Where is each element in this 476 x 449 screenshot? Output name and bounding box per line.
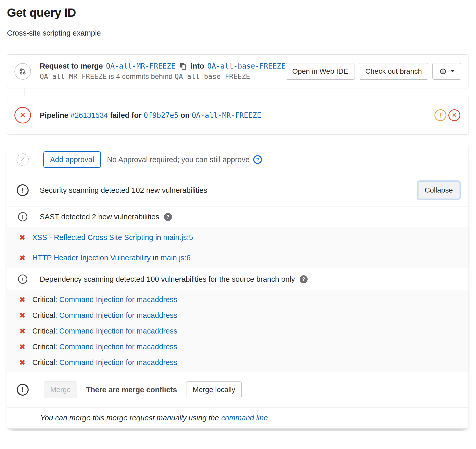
- x-mark-icon: [19, 327, 26, 336]
- sast-findings-list: XSS - Reflected Cross Site Scripting in …: [7, 227, 469, 268]
- stage-failed-icon[interactable]: ✕: [448, 109, 460, 121]
- behind-note-text: is 4 commits behind: [109, 72, 173, 80]
- finding-title-link[interactable]: Command Injection for macaddress: [59, 358, 177, 367]
- dependency-help-icon[interactable]: ?: [300, 275, 308, 283]
- sast-help-icon[interactable]: ?: [164, 213, 172, 221]
- security-summary-text: Security scanning detected 102 new vulne…: [40, 186, 418, 195]
- dependency-finding-row: Critical: Command Injection for macaddre…: [7, 307, 469, 323]
- dependency-summary-text: Dependency scanning detected 100 vulnera…: [40, 275, 295, 284]
- finding-in-label: in: [153, 254, 159, 262]
- failed-for-label: failed for: [110, 111, 141, 119]
- merge-request-page: Get query ID Cross-site scripting exampl…: [0, 0, 476, 431]
- x-mark-icon: [19, 311, 26, 320]
- behind-target-branch: QA-all-base-FREEZE: [175, 72, 250, 80]
- dependency-finding-row: Critical: Command Injection for macaddre…: [7, 323, 469, 339]
- finding-title-link[interactable]: Command Injection for macaddress: [59, 295, 177, 304]
- sast-summary-row: ! SAST detected 2 new vulnerabilities ?: [7, 206, 469, 227]
- target-branch-link[interactable]: QA-all-base-FREEZE: [207, 62, 285, 70]
- finding-severity-label: Critical:: [32, 311, 57, 320]
- pipeline-connector-line: [24, 88, 469, 96]
- request-to-merge-line: Request to merge QA-all-MR-FREEZE into Q…: [40, 62, 286, 70]
- merge-locally-button[interactable]: Merge locally: [186, 381, 242, 398]
- pipeline-failed-icon: ✕: [14, 107, 31, 123]
- page-title: Get query ID: [7, 6, 469, 20]
- check-out-branch-button[interactable]: Check out branch: [359, 63, 428, 80]
- finding-location-link[interactable]: main.js:5: [163, 233, 193, 242]
- copy-branch-button[interactable]: [179, 62, 187, 70]
- finding-location-link[interactable]: main.js:6: [161, 254, 191, 262]
- pipeline-label: Pipeline: [40, 111, 68, 119]
- dependency-findings-list: Critical: Command Injection for macaddre…: [7, 290, 469, 372]
- finding-title-link[interactable]: HTTP Header Injection Vulnerability: [32, 254, 151, 262]
- approval-status-text: No Approval required; you can still appr…: [107, 155, 250, 164]
- merge-button[interactable]: Merge: [44, 381, 77, 398]
- x-mark-icon: [19, 358, 26, 367]
- approval-check-icon: ✓: [17, 153, 29, 166]
- manual-merge-text: You can merge this merge request manuall…: [40, 414, 219, 422]
- source-branch-link[interactable]: QA-all-MR-FREEZE: [106, 62, 176, 70]
- approval-help-icon[interactable]: ?: [253, 155, 262, 164]
- x-mark-icon: [19, 295, 26, 304]
- pipeline-id-link[interactable]: #26131534: [70, 111, 108, 119]
- x-mark-icon: [19, 233, 26, 242]
- git-merge-icon: [14, 63, 31, 80]
- dependency-finding-row: Critical: Command Injection for macaddre…: [7, 339, 469, 355]
- page-subtitle: Cross-site scripting example: [7, 29, 469, 37]
- finding-title-link[interactable]: XSS - Reflected Cross Site Scripting: [32, 233, 153, 242]
- on-label: on: [180, 111, 190, 119]
- finding-title-link[interactable]: Command Injection for macaddress: [59, 311, 177, 320]
- request-to-merge-label: Request to merge: [40, 62, 103, 70]
- finding-in-label: in: [155, 233, 161, 242]
- chevron-down-icon: [450, 70, 455, 72]
- merge-conflict-text: There are merge conflicts: [86, 386, 177, 394]
- mini-pipeline-graph: ! ✕: [434, 109, 460, 121]
- merge-blocked-icon: !: [17, 384, 29, 396]
- merge-request-header-card: Request to merge QA-all-MR-FREEZE into Q…: [7, 54, 469, 88]
- x-mark-icon: [19, 342, 26, 351]
- security-summary-row: ! Security scanning detected 102 new vul…: [7, 174, 469, 206]
- commit-sha-link[interactable]: 0f9b27e5: [144, 111, 178, 120]
- finding-severity-label: Critical:: [32, 358, 57, 367]
- sast-finding-row: HTTP Header Injection Vulnerability in m…: [7, 248, 469, 268]
- pipeline-status-line: Pipeline #26131534 failed for 0f9b27e5 o…: [40, 111, 434, 120]
- sast-finding-row: XSS - Reflected Cross Site Scripting in …: [7, 227, 469, 248]
- open-in-web-ide-button[interactable]: Open in Web IDE: [286, 63, 355, 80]
- into-label: into: [191, 62, 204, 70]
- security-warning-icon: !: [17, 184, 29, 196]
- command-line-link[interactable]: command line: [221, 414, 268, 422]
- dependency-finding-row: Critical: Command Injection for macaddre…: [7, 292, 469, 307]
- finding-title-link[interactable]: Command Injection for macaddress: [59, 327, 177, 335]
- behind-source-branch: QA-all-MR-FREEZE: [40, 72, 107, 80]
- merge-widget-card: ✓ Add approval No Approval required; you…: [7, 145, 469, 429]
- collapse-button[interactable]: Collapse: [418, 182, 459, 198]
- finding-severity-label: Critical:: [32, 295, 57, 304]
- finding-title-link[interactable]: Command Injection for macaddress: [59, 343, 177, 351]
- commits-behind-note: QA-all-MR-FREEZE is 4 commits behind QA-…: [40, 72, 286, 81]
- add-approval-button[interactable]: Add approval: [43, 151, 101, 168]
- pipeline-status-card: ✕ Pipeline #26131534 failed for 0f9b27e5…: [7, 96, 469, 135]
- download-dropdown-button[interactable]: [432, 63, 461, 80]
- dependency-warning-icon: !: [18, 275, 27, 284]
- dependency-finding-row: Critical: Command Injection for macaddre…: [7, 355, 469, 370]
- finding-severity-label: Critical:: [32, 343, 57, 351]
- merge-controls-row: ! Merge There are merge conflicts Merge …: [7, 372, 469, 407]
- pipeline-branch-link[interactable]: QA-all-MR-FREEZE: [192, 111, 261, 120]
- approval-row: ✓ Add approval No Approval required; you…: [7, 145, 469, 174]
- download-icon: [439, 68, 447, 75]
- dependency-summary-row: ! Dependency scanning detected 100 vulne…: [7, 268, 469, 290]
- sast-summary-text: SAST detected 2 new vulnerabilities: [40, 213, 159, 221]
- sast-warning-icon: !: [18, 212, 27, 221]
- copy-icon: [179, 62, 187, 70]
- manual-merge-footer: You can merge this merge request manuall…: [7, 407, 469, 428]
- x-mark-icon: [19, 253, 26, 262]
- stage-warning-icon[interactable]: !: [434, 109, 446, 121]
- finding-severity-label: Critical:: [32, 327, 57, 335]
